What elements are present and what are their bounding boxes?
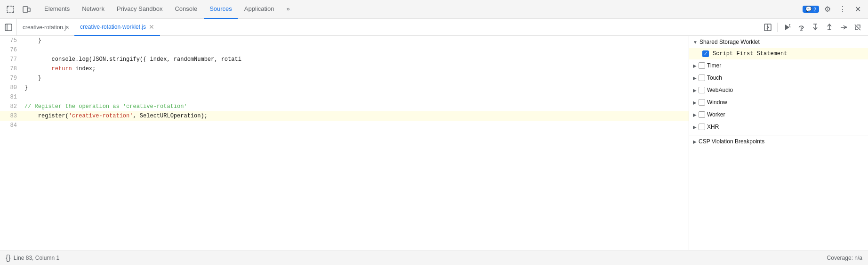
- devtools-icons: [4, 3, 33, 16]
- code-line-79: 79 }: [0, 74, 689, 83]
- step-over-btn[interactable]: [795, 21, 808, 34]
- bp-section-webaudio[interactable]: ▶ WebAudio: [689, 84, 868, 96]
- bp-section-window[interactable]: ▶ Window: [689, 96, 868, 108]
- breakpoints-panel: ▼ Shared Storage Worklet Script First St…: [689, 36, 868, 250]
- tab-application[interactable]: Application: [239, 0, 280, 19]
- svg-rect-6: [28, 8, 30, 12]
- step-btn[interactable]: [837, 21, 850, 34]
- bp-checkbox-window[interactable]: [699, 99, 705, 106]
- bp-section-worker[interactable]: ▶ Worker: [689, 108, 868, 121]
- bp-item-script-first-statement[interactable]: Script First Statement: [689, 48, 868, 59]
- chevron-right-icon-timer: ▶: [693, 63, 697, 68]
- notification-badge[interactable]: 💬 2: [803, 6, 819, 13]
- svg-rect-0: [7, 6, 14, 13]
- svg-rect-5: [23, 7, 28, 12]
- chevron-right-icon-xhr: ▶: [693, 124, 697, 130]
- coverage-status: Coverage: n/a: [827, 255, 862, 261]
- bp-checkbox-timer[interactable]: [699, 62, 705, 69]
- collapse-to-drawer-icon[interactable]: [761, 21, 774, 34]
- settings-icon[interactable]: ⚙: [821, 3, 834, 16]
- deactivate-breakpoints-btn[interactable]: [851, 21, 864, 34]
- devtools-tab-bar: Elements Network Privacy Sandbox Console…: [0, 0, 868, 19]
- chevron-right-icon-webaudio: ▶: [693, 88, 697, 93]
- main-content: 75 } 76 77 console.log(JSON.stringify({ …: [0, 36, 868, 250]
- code-editor[interactable]: 75 } 76 77 console.log(JSON.stringify({ …: [0, 36, 689, 250]
- file-tabs-toolbar: [761, 21, 868, 34]
- cursor-icon[interactable]: [4, 3, 17, 16]
- chevron-down-icon: ▼: [693, 40, 698, 45]
- chevron-right-icon-csp: ▶: [693, 139, 697, 144]
- sidebar-toggle-btn[interactable]: [0, 19, 17, 36]
- code-line-75: 75 }: [0, 36, 689, 45]
- bp-checkbox-xhr[interactable]: [699, 124, 705, 130]
- chevron-right-icon-worker: ▶: [693, 112, 697, 117]
- svg-point-4: [13, 11, 14, 13]
- tab-overflow[interactable]: »: [281, 0, 295, 19]
- code-line-83: 83 register('creative-rotation', SelectU…: [0, 111, 689, 121]
- bp-section-timer[interactable]: ▶ Timer: [689, 59, 868, 72]
- code-line-80: 80 }: [0, 83, 689, 92]
- tab-bar-right: 💬 2 ⚙ ⋮ ✕: [803, 3, 864, 16]
- code-line-82: 82 // Register the operation as 'creativ…: [0, 102, 689, 111]
- bp-section-csp[interactable]: ▶ CSP Violation Breakpoints: [689, 135, 868, 148]
- cursor-position: Line 83, Column 1: [14, 255, 59, 261]
- code-line-81: 81: [0, 92, 689, 102]
- bp-checkbox-webaudio[interactable]: [699, 87, 705, 93]
- code-panel: 75 } 76 77 console.log(JSON.stringify({ …: [0, 36, 689, 250]
- bp-checkbox-script-first-statement[interactable]: [702, 50, 709, 57]
- svg-point-2: [13, 6, 14, 7]
- code-line-77: 77 console.log(JSON.stringify({ index, r…: [0, 55, 689, 64]
- code-line-78: 78 return index;: [0, 64, 689, 74]
- toolbar-separator-1: [777, 23, 778, 32]
- bp-section-touch[interactable]: ▶ Touch: [689, 72, 868, 84]
- chevron-right-icon-touch: ▶: [693, 75, 697, 81]
- status-bar-left: {} Line 83, Column 1: [6, 254, 59, 262]
- chevron-right-icon-window: ▶: [693, 100, 697, 105]
- svg-point-3: [7, 11, 8, 13]
- code-line-76: 76: [0, 45, 689, 55]
- svg-rect-7: [5, 24, 12, 31]
- bp-section-shared-storage[interactable]: ▼ Shared Storage Worklet: [689, 36, 868, 48]
- svg-marker-11: [785, 25, 789, 30]
- tab-console[interactable]: Console: [169, 0, 203, 19]
- bp-checkbox-touch[interactable]: [699, 75, 705, 81]
- svg-line-22: [855, 25, 860, 30]
- svg-point-1: [7, 6, 8, 7]
- more-options-icon[interactable]: ⋮: [836, 3, 849, 16]
- tab-network[interactable]: Network: [76, 0, 110, 19]
- device-toggle-icon[interactable]: [20, 3, 33, 16]
- bp-checkbox-worker[interactable]: [699, 111, 705, 118]
- status-bar: {} Line 83, Column 1 Coverage: n/a: [0, 250, 868, 265]
- close-tab-icon[interactable]: ✕: [149, 24, 154, 30]
- pretty-print-icon[interactable]: {}: [6, 254, 11, 262]
- tab-sources[interactable]: Sources: [204, 0, 238, 19]
- tab-elements[interactable]: Elements: [39, 0, 75, 19]
- file-tabs-bar: creative-rotation.js creative-rotation-w…: [0, 19, 868, 36]
- step-out-btn[interactable]: [823, 21, 836, 34]
- code-line-84: 84: [0, 121, 689, 130]
- close-devtools-icon[interactable]: ✕: [851, 3, 864, 16]
- svg-line-13: [789, 25, 790, 27]
- tab-privacy-sandbox[interactable]: Privacy Sandbox: [111, 0, 169, 19]
- resume-btn[interactable]: [780, 21, 794, 34]
- step-into-btn[interactable]: [809, 21, 822, 34]
- file-tab-creative-rotation-worklet[interactable]: creative-rotation-worklet.js ✕: [74, 19, 160, 36]
- status-bar-right: Coverage: n/a: [827, 255, 862, 261]
- svg-point-21: [845, 26, 847, 28]
- file-tab-creative-rotation[interactable]: creative-rotation.js: [17, 19, 74, 36]
- bp-section-xhr[interactable]: ▶ XHR: [689, 121, 868, 133]
